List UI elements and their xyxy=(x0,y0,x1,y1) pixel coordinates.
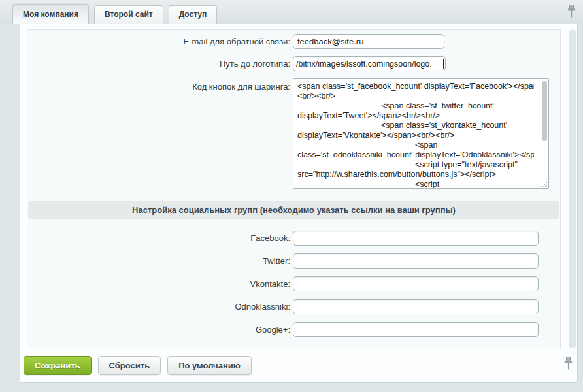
default-button[interactable]: По умолчанию xyxy=(167,356,252,375)
code-line: <script xyxy=(297,180,534,189)
twitter-input[interactable] xyxy=(293,253,539,269)
form-row-twitter: Twitter: xyxy=(27,253,560,269)
tab-my-company[interactable]: Моя компания xyxy=(12,4,89,24)
resize-grip-icon[interactable] xyxy=(541,181,548,188)
pin-tabbar-button[interactable] xyxy=(567,5,576,18)
tab-second-site[interactable]: Второй сайт xyxy=(94,5,163,24)
odnoklassniki-input[interactable] xyxy=(293,299,539,314)
form-row-email: E-mail для обратной связи: xyxy=(27,34,560,49)
tab-list: Моя компанияВторой сайтДоступ xyxy=(12,0,222,24)
code-content: <span class='st_facebook_hcount' display… xyxy=(293,79,548,189)
code-line: src="http://w.sharethis.com/button/butto… xyxy=(297,170,534,180)
social-groups-section-header: Настройка социальных групп (необходимо у… xyxy=(28,201,559,219)
pin-buttonbar-button[interactable] xyxy=(564,357,573,370)
vkontakte-input[interactable] xyxy=(293,276,539,291)
form-row-logo: Путь до логотипа: xyxy=(27,56,560,71)
email-label: E-mail для обратной связи: xyxy=(27,34,293,46)
form-row-share-code: Код кнопок для шаринга: <span class='st_… xyxy=(27,78,560,189)
code-line: <br/><br/> xyxy=(297,91,534,101)
tab-bar: Моя компанияВторой сайтДоступ xyxy=(0,0,583,24)
push-pin-icon xyxy=(564,357,573,370)
save-button[interactable]: Сохранить xyxy=(24,356,92,375)
form-row-facebook: Facebook: xyxy=(27,231,560,246)
google-plus-input[interactable] xyxy=(293,322,539,337)
vkontakte-label: Vkontakte: xyxy=(27,276,293,289)
facebook-label: Facebook: xyxy=(27,231,293,243)
code-line: <script type="text/javascript" xyxy=(297,160,534,170)
text-caret xyxy=(443,59,444,69)
logo-label: Путь до логотипа: xyxy=(27,56,293,69)
form-row-vkontakte: Vkontakte: xyxy=(27,276,560,291)
odnoklassniki-label: Odnoklassniki: xyxy=(27,299,293,312)
code-line: <span class='st_facebook_hcount' display… xyxy=(297,82,534,91)
button-bar: Сохранить Сбросить По умолчанию xyxy=(20,348,577,382)
code-line: displayText='Vkontakte'></span><br/><br/… xyxy=(297,131,534,140)
form-row-odnoklassniki: Odnoklassniki: xyxy=(27,299,560,314)
reset-button[interactable]: Сбросить xyxy=(98,356,161,375)
scroll-gutter[interactable] xyxy=(569,29,576,348)
code-line: <span class='st_twitter_hcount' xyxy=(297,101,534,111)
google-plus-label: Google+: xyxy=(27,322,293,335)
logo-input[interactable] xyxy=(293,56,446,71)
facebook-input[interactable] xyxy=(293,231,539,246)
settings-card: E-mail для обратной связи: Путь до логот… xyxy=(20,24,578,383)
code-line: displayText='Tweet'></span><br/><br/> xyxy=(297,111,534,121)
push-pin-icon xyxy=(567,5,576,18)
code-line: <span xyxy=(297,140,534,150)
logo-input-wrap xyxy=(293,56,446,71)
email-input[interactable] xyxy=(293,34,444,49)
share-code-label: Код кнопок для шаринга: xyxy=(27,78,293,91)
scrollbar-thumb[interactable] xyxy=(542,81,547,141)
social-fields: Facebook: Twitter: Vkontakte: Odnoklassn… xyxy=(27,231,560,337)
form-row-google-plus: Google+: xyxy=(27,322,560,337)
code-line: class='st_odnoklassniki_hcount' displayT… xyxy=(297,150,534,160)
share-code-textarea[interactable]: <span class='st_facebook_hcount' display… xyxy=(293,78,549,189)
form-panel: E-mail для обратной связи: Путь до логот… xyxy=(27,29,561,348)
twitter-label: Twitter: xyxy=(27,253,293,266)
tab-access[interactable]: Доступ xyxy=(169,5,218,24)
code-line: <span class='st_vkontakte_hcount' xyxy=(297,121,534,131)
